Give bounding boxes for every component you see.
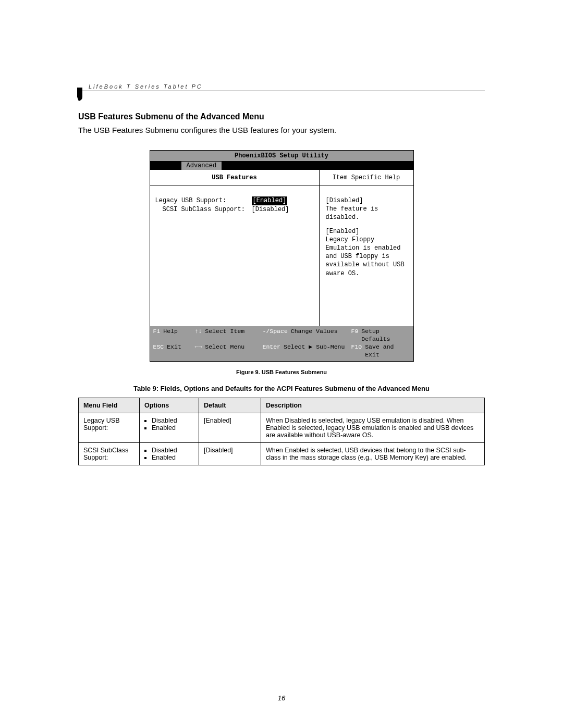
bios-help-panel: Item Specific Help [Disabled] The featur… bbox=[320, 170, 413, 326]
footer-key: ←→ bbox=[195, 343, 202, 359]
footer-action: Select Item bbox=[205, 328, 244, 343]
section-intro: The USB Features Submenu configures the … bbox=[78, 126, 485, 134]
document-page: LifeBook T Series Tablet PC USB Features… bbox=[0, 0, 563, 728]
help-enabled-label: [Enabled] bbox=[326, 227, 407, 236]
page-header: LifeBook T Series Tablet PC bbox=[78, 83, 485, 91]
th-options: Options bbox=[140, 398, 199, 413]
bios-tab-advanced: Advanced bbox=[181, 162, 222, 170]
option-item: Enabled bbox=[152, 424, 194, 431]
footer-action: Select ▶ Sub-Menu bbox=[284, 343, 345, 359]
footer-key: F9 bbox=[351, 328, 359, 343]
footer-action: Setup Defaults bbox=[361, 328, 410, 343]
cell-description: When Disabled is selected, legacy USB em… bbox=[261, 413, 485, 442]
options-table: Menu Field Options Default Description L… bbox=[78, 398, 485, 465]
bios-option-value-selected: [Enabled] bbox=[252, 196, 288, 205]
section-title: USB Features Submenu of the Advanced Men… bbox=[78, 112, 485, 121]
option-item: Enabled bbox=[152, 454, 194, 461]
help-disabled-text: The feature is disabled. bbox=[326, 205, 407, 221]
table-row: Legacy USB Support: Disabled Enabled [En… bbox=[79, 413, 485, 442]
footer-key: ↑↓ bbox=[195, 328, 202, 343]
bios-option-value: [Disabled] bbox=[252, 205, 289, 214]
help-disabled-label: [Disabled] bbox=[326, 196, 407, 205]
cell-field: SCSI SubClass Support: bbox=[79, 442, 140, 465]
th-description: Description bbox=[261, 398, 485, 413]
footer-key: ESC bbox=[153, 343, 164, 359]
bios-screenshot: PhoenixBIOS Setup Utility Advanced USB F… bbox=[150, 150, 414, 362]
footer-action: Exit bbox=[167, 343, 181, 359]
cell-description: When Enabled is selected, USB devices th… bbox=[261, 442, 485, 465]
cell-field: Legacy USB Support: bbox=[79, 413, 140, 442]
footer-action: Help bbox=[163, 328, 178, 343]
option-item: Disabled bbox=[152, 447, 194, 454]
bios-option-label: Legacy USB Support: bbox=[155, 196, 252, 205]
figure-caption: Figure 9. USB Features Submenu bbox=[78, 369, 485, 375]
bios-option-label: SCSI SubClass Support: bbox=[163, 205, 252, 214]
cell-default: [Disabled] bbox=[199, 442, 261, 465]
footer-action: Select Menu bbox=[205, 343, 244, 359]
table-row: SCSI SubClass Support: Disabled Enabled … bbox=[79, 442, 485, 465]
th-default: Default bbox=[199, 398, 261, 413]
bios-option-row: Legacy USB Support: [Enabled] bbox=[155, 196, 314, 205]
bios-panel-title: USB Features bbox=[150, 170, 319, 186]
th-menu-field: Menu Field bbox=[79, 398, 140, 413]
bios-title: PhoenixBIOS Setup Utility bbox=[150, 151, 413, 162]
footer-action: Change Values bbox=[291, 328, 338, 343]
help-enabled-text: Legacy Floppy Emulation is enabled and U… bbox=[326, 236, 407, 278]
cell-options: Disabled Enabled bbox=[140, 413, 199, 442]
bios-main-panel: USB Features Legacy USB Support: [Enable… bbox=[150, 170, 320, 326]
footer-key: F1 bbox=[153, 328, 161, 343]
table-caption: Table 9: Fields, Options and Defaults fo… bbox=[78, 385, 485, 392]
cell-default: [Enabled] bbox=[199, 413, 261, 442]
page-number: 16 bbox=[0, 694, 563, 702]
footer-key: F10 bbox=[351, 343, 362, 359]
bios-help-title: Item Specific Help bbox=[320, 170, 413, 186]
option-item: Disabled bbox=[152, 417, 194, 424]
bios-footer: F1Help ↑↓Select Item -/SpaceChange Value… bbox=[150, 326, 413, 361]
cell-options: Disabled Enabled bbox=[140, 442, 199, 465]
footer-action: Save and Exit bbox=[365, 343, 410, 359]
product-name: LifeBook T Series Tablet PC bbox=[78, 83, 203, 90]
footer-key: Enter bbox=[263, 343, 281, 359]
bios-tab-bar: Advanced bbox=[150, 162, 413, 170]
bios-option-row: SCSI SubClass Support: [Disabled] bbox=[155, 205, 314, 214]
footer-key: -/Space bbox=[263, 328, 288, 343]
